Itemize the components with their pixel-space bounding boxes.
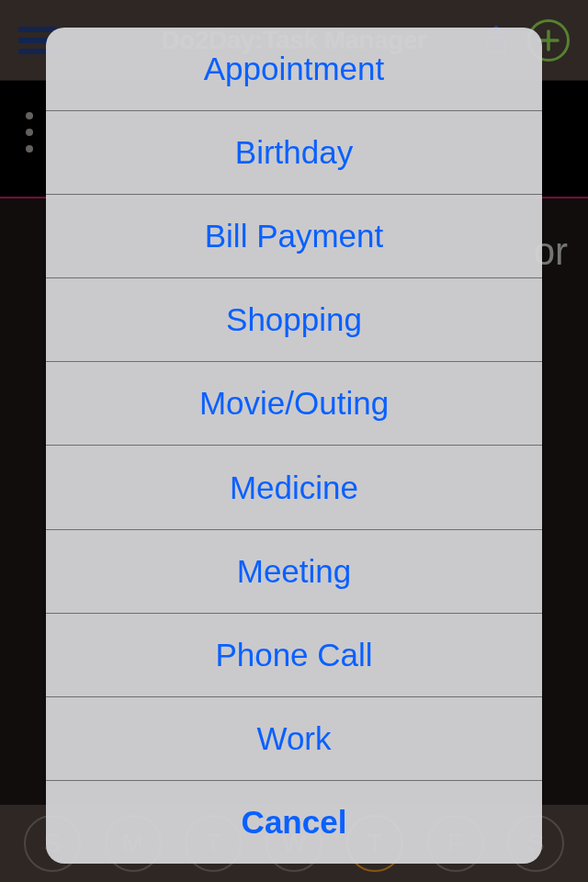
sheet-cancel-button[interactable]: Cancel — [46, 781, 542, 864]
sheet-item-medicine[interactable]: Medicine — [46, 446, 542, 529]
sheet-item-work[interactable]: Work — [46, 697, 542, 781]
sheet-item-birthday[interactable]: Birthday — [46, 111, 542, 195]
sheet-item-bill-payment[interactable]: Bill Payment — [46, 195, 542, 278]
sheet-item-phone-call[interactable]: Phone Call — [46, 614, 542, 697]
sheet-item-shopping[interactable]: Shopping — [46, 278, 542, 362]
sheet-item-appointment[interactable]: Appointment — [46, 28, 542, 111]
category-action-sheet: Appointment Birthday Bill Payment Shoppi… — [46, 28, 542, 864]
sheet-item-movie-outing[interactable]: Movie/Outing — [46, 362, 542, 446]
sheet-item-meeting[interactable]: Meeting — [46, 530, 542, 614]
